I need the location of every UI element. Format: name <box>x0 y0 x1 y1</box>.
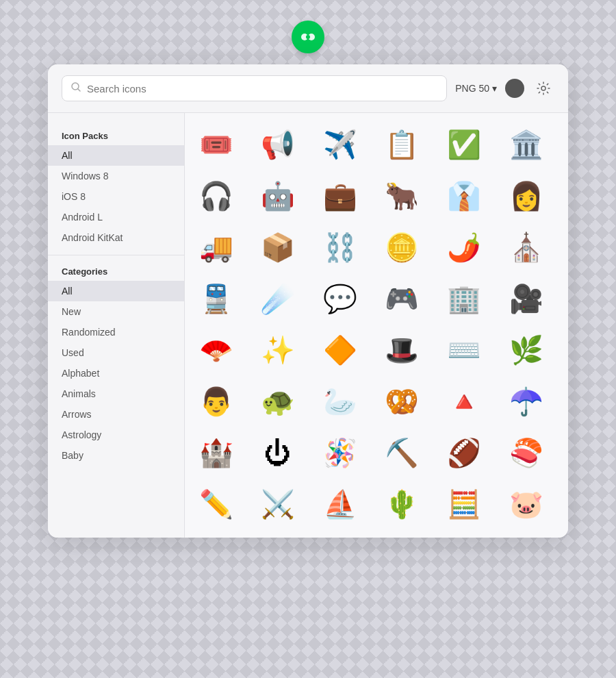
power-button-icon: ⏻ <box>264 439 292 466</box>
search-box[interactable] <box>62 75 447 101</box>
icon-ninja-turtle[interactable]: 🐢 <box>253 375 304 427</box>
icon-chili[interactable]: 🌶️ <box>439 221 490 273</box>
icon-truck[interactable]: 🚚 <box>190 221 242 273</box>
icon-funnel[interactable]: 🔶 <box>314 324 365 375</box>
icon-ticket-add[interactable]: 🎟️ <box>190 118 242 170</box>
icon-mustache[interactable]: 👨 <box>190 375 242 427</box>
icon-office-building[interactable]: 🏢 <box>439 273 490 324</box>
church-icon: ⛪ <box>509 234 543 261</box>
shovel-icon: ⛏️ <box>385 439 419 466</box>
funnel-icon: 🔶 <box>323 336 357 364</box>
icon-bull[interactable]: 🐂 <box>376 170 428 221</box>
icon-verified-badge[interactable]: ✅ <box>439 118 490 170</box>
sidebar-cat-new[interactable]: New <box>48 301 184 322</box>
icon-train[interactable]: 🚆 <box>190 273 242 324</box>
icon-shovel[interactable]: ⛏️ <box>376 427 428 478</box>
header: PNG 50 ▾ <box>48 64 568 113</box>
icon-briefcase[interactable]: 💼 <box>314 170 365 221</box>
format-selector[interactable]: PNG 50 ▾ <box>455 83 497 94</box>
icon-piggy-bank[interactable]: 🐷 <box>500 478 552 529</box>
sidebar-cat-animals[interactable]: Animals <box>48 384 184 404</box>
sidebar: Icon Packs AllWindows 8iOS 8Android LAnd… <box>48 113 185 538</box>
icon-document-exclamation[interactable]: 📋 <box>376 118 428 170</box>
calculator-icon: 🧮 <box>447 490 481 518</box>
sidebar-pack-ios-8[interactable]: iOS 8 <box>48 186 184 207</box>
building-icon: 🏛️ <box>509 131 543 158</box>
icon-gamepad[interactable]: 🎮 <box>376 273 428 324</box>
sidebar-cat-arrows[interactable]: Arrows <box>48 404 184 425</box>
icon-robot[interactable]: 🤖 <box>253 170 304 221</box>
icon-fan[interactable]: 🪭 <box>190 324 242 375</box>
icon-video-camera[interactable]: 🎥 <box>500 273 552 324</box>
viking-ship-icon: ⛵ <box>323 490 357 518</box>
sidebar-cat-baby[interactable]: Baby <box>48 445 184 466</box>
icon-football[interactable]: 🏈 <box>439 427 490 478</box>
sidebar-cat-astrology[interactable]: Astrology <box>48 425 184 445</box>
sagrada-icon: 🏰 <box>199 439 233 466</box>
sidebar-pack-android-l[interactable]: Android L <box>48 207 184 227</box>
megaphone-icon: 📢 <box>261 131 295 158</box>
viking-helmet-icon: ⚔️ <box>261 490 295 518</box>
airplane-icon: ✈️ <box>323 131 357 158</box>
headset-icon: 🎧 <box>199 182 233 210</box>
video-camera-icon: 🎥 <box>509 285 543 312</box>
football-icon: 🏈 <box>447 439 481 466</box>
sidebar-cat-used[interactable]: Used <box>48 342 184 363</box>
app-wrapper: PNG 50 ▾ Icon Packs AllWindows 8iOS 8And… <box>48 21 568 538</box>
train-icon: 🚆 <box>199 285 233 312</box>
office-building-icon: 🏢 <box>447 285 481 312</box>
icon-church[interactable]: ⛪ <box>500 221 552 273</box>
icon-sushi[interactable]: 🍣 <box>500 427 552 478</box>
icon-origami[interactable]: 🦢 <box>314 375 365 427</box>
icon-cactus[interactable]: 🌵 <box>376 478 428 529</box>
sidebar-pack-android-kitkat[interactable]: Android KitKat <box>48 227 184 248</box>
icon-businessman[interactable]: 👔 <box>439 170 490 221</box>
icon-headset[interactable]: 🎧 <box>190 170 242 221</box>
icon-sombrero[interactable]: 🪅 <box>314 427 365 478</box>
icon-calculator[interactable]: 🧮 <box>439 478 490 529</box>
icon-chat-bubble[interactable]: 💬 <box>314 273 365 324</box>
icon-airplane[interactable]: ✈️ <box>314 118 365 170</box>
verified-badge-icon: ✅ <box>447 131 481 158</box>
truck-icon: 🚚 <box>199 234 233 261</box>
sidebar-divider <box>48 255 184 255</box>
svg-line-4 <box>78 89 81 92</box>
icon-box-storage[interactable]: 📦 <box>253 221 304 273</box>
icon-keyboard[interactable]: ⌨️ <box>439 324 490 375</box>
icon-umbrella[interactable]: ☂️ <box>500 375 552 427</box>
icon-viking-helmet[interactable]: ⚔️ <box>253 478 304 529</box>
icon-plant[interactable]: 🌿 <box>500 324 552 375</box>
settings-button[interactable] <box>532 77 554 99</box>
icon-hat[interactable]: 🎩 <box>376 324 428 375</box>
ticket-add-icon: 🎟️ <box>199 131 233 158</box>
sidebar-cat-alphabet[interactable]: Alphabet <box>48 363 184 384</box>
woman-icon: 👩 <box>509 182 543 210</box>
document-exclamation-icon: 📋 <box>385 131 419 158</box>
color-picker[interactable] <box>505 79 524 98</box>
icon-sagrada[interactable]: 🏰 <box>190 427 242 478</box>
icon-magic-wand[interactable]: ✨ <box>253 324 304 375</box>
search-input[interactable] <box>87 83 438 95</box>
magic-wand-icon: ✨ <box>261 336 295 364</box>
icon-meteor[interactable]: ☄️ <box>253 273 304 324</box>
sidebar-cat-all[interactable]: All <box>48 281 184 301</box>
origami-icon: 🦢 <box>323 388 357 415</box>
sidebar-pack-all[interactable]: All <box>48 145 184 166</box>
sidebar-cat-randomized[interactable]: Randomized <box>48 322 184 342</box>
icon-woman[interactable]: 👩 <box>500 170 552 221</box>
sidebar-pack-windows-8[interactable]: Windows 8 <box>48 166 184 186</box>
icon-viking-ship[interactable]: ⛵ <box>314 478 365 529</box>
hat-icon: 🎩 <box>385 336 419 364</box>
icon-chainsaw[interactable]: ⛓️ <box>314 221 365 273</box>
main-panel: PNG 50 ▾ Icon Packs AllWindows 8iOS 8And… <box>48 64 568 538</box>
icon-coin[interactable]: 🪙 <box>376 221 428 273</box>
icon-mountain[interactable]: 🔺 <box>439 375 490 427</box>
icon-building[interactable]: 🏛️ <box>500 118 552 170</box>
icon-megaphone[interactable]: 📢 <box>253 118 304 170</box>
icon-pretzel[interactable]: 🥨 <box>376 375 428 427</box>
meteor-icon: ☄️ <box>261 285 295 312</box>
piggy-bank-icon: 🐷 <box>509 490 543 518</box>
sushi-icon: 🍣 <box>509 439 543 466</box>
icon-power-button[interactable]: ⏻ <box>253 427 304 478</box>
icon-pencil[interactable]: ✏️ <box>190 478 242 529</box>
